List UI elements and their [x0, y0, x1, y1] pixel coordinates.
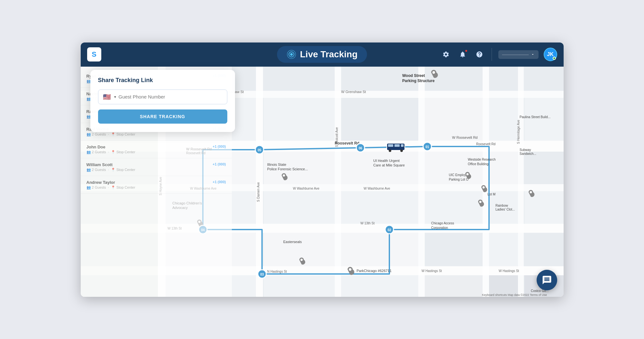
logo-text: S — [92, 50, 96, 59]
svg-text:03: 03 — [260, 273, 264, 276]
svg-text:UI Health Urgent: UI Health Urgent — [373, 159, 400, 163]
item-sub: 👥 2 Guests · 📍 Stop Center — [86, 132, 135, 137]
svg-rect-36 — [489, 233, 518, 266]
svg-rect-31 — [524, 191, 564, 224]
question-icon — [476, 51, 483, 58]
svg-text:N Hastings St: N Hastings St — [267, 270, 287, 273]
item-sub: 👥 2 Guests · 📍 Stop Center — [86, 150, 135, 154]
svg-text:W Hastings St: W Hastings St — [422, 269, 442, 273]
svg-point-97 — [482, 186, 485, 188]
notification-badge — [465, 49, 468, 52]
svg-point-98 — [530, 191, 532, 193]
help-button[interactable] — [474, 49, 485, 60]
app-window: S Live Tracking — [81, 42, 564, 297]
notifications-button[interactable] — [457, 49, 468, 60]
svg-rect-17 — [341, 98, 418, 141]
phone-number-input[interactable] — [119, 94, 222, 99]
svg-text:Sandwich...: Sandwich... — [520, 152, 536, 155]
svg-point-93 — [479, 201, 481, 203]
svg-text:Roosevelt Rd: Roosevelt Rd — [476, 142, 495, 146]
svg-rect-28 — [341, 191, 418, 224]
svg-text:Office Building: Office Building — [468, 162, 488, 166]
svg-text:Chicago Access: Chicago Access — [431, 221, 454, 225]
svg-text:Lot M: Lot M — [487, 193, 495, 196]
svg-text:Corporation: Corporation — [431, 226, 448, 230]
avatar[interactable]: JK — [544, 48, 557, 61]
svg-text:S Hermitage Ave: S Hermitage Ave — [517, 119, 520, 144]
svg-rect-33 — [264, 233, 335, 266]
svg-text:Parking Structure: Parking Structure — [402, 79, 435, 83]
svg-text:Parking Lot O: Parking Lot O — [449, 178, 468, 181]
svg-rect-25 — [489, 152, 518, 184]
svg-point-92 — [466, 173, 468, 175]
chevron-down-icon — [531, 52, 535, 56]
item-badge: +1 (000) — [213, 180, 226, 190]
item-name: Andrew Taylor — [86, 180, 135, 185]
avatar-initials: JK — [547, 52, 553, 57]
svg-rect-18 — [425, 98, 483, 141]
country-chevron-icon[interactable]: ▾ — [114, 95, 116, 99]
location-ping-icon — [286, 50, 296, 59]
item-badge: +1 (000) — [213, 162, 226, 172]
item-sub: 👥 2 Guests · 📍 Stop Center — [86, 168, 135, 172]
svg-text:W Hastings St: W Hastings St — [499, 269, 519, 273]
item-name: John Doe — [86, 145, 135, 149]
item-sub: 👥 2 Guests · 📍 Stop Center — [86, 185, 135, 190]
svg-text:05: 05 — [258, 148, 261, 152]
svg-text:W Roosevelt Rd: W Roosevelt Rd — [452, 136, 477, 139]
gear-icon — [442, 51, 449, 58]
svg-point-115 — [389, 149, 391, 152]
svg-text:Ladies' Clot...: Ladies' Clot... — [495, 208, 515, 211]
settings-button[interactable] — [440, 49, 452, 60]
svg-text:W 13th St: W 13th St — [360, 221, 375, 225]
svg-rect-19 — [489, 98, 518, 141]
app-logo: S — [87, 47, 101, 61]
svg-point-96 — [349, 268, 351, 271]
svg-rect-13 — [483, 67, 489, 297]
svg-point-91 — [283, 174, 285, 176]
svg-text:S Wolcott Ave: S Wolcott Ave — [335, 127, 339, 147]
svg-text:Subway: Subway — [520, 148, 531, 152]
navbar: S Live Tracking — [81, 42, 564, 67]
online-indicator — [553, 57, 556, 60]
phone-input-row[interactable]: 🇺🇸 ▾ — [98, 89, 227, 104]
svg-rect-41 — [425, 275, 483, 297]
dropdown-text: ───────── — [502, 52, 529, 57]
svg-rect-114 — [401, 144, 404, 147]
svg-text:01: 01 — [425, 145, 429, 149]
svg-rect-40 — [341, 275, 418, 297]
svg-point-90 — [432, 71, 435, 74]
svg-text:W Grenshaw St: W Grenshaw St — [341, 90, 366, 94]
nav-dropdown[interactable]: ───────── — [498, 50, 539, 59]
svg-rect-20 — [524, 98, 564, 141]
svg-rect-14 — [518, 67, 524, 297]
svg-text:W Washburne Ave: W Washburne Ave — [364, 187, 390, 190]
item-name: William Scott — [86, 162, 135, 167]
svg-text:02: 02 — [387, 228, 391, 232]
chat-button[interactable] — [537, 270, 557, 290]
svg-rect-23 — [341, 152, 418, 184]
list-item[interactable]: Andrew Taylor 👥 2 Guests · 📍 Stop Center… — [81, 176, 232, 194]
svg-rect-112 — [388, 144, 393, 147]
svg-text:Keyboard shortcuts  Map data ©: Keyboard shortcuts Map data ©2022 Terms … — [482, 293, 547, 297]
chat-icon — [542, 275, 552, 285]
svg-rect-11 — [335, 67, 341, 297]
list-item[interactable]: William Scott 👥 2 Guests · 📍 Stop Center… — [81, 158, 232, 176]
svg-point-116 — [400, 149, 403, 152]
svg-rect-16 — [264, 98, 335, 141]
svg-rect-34 — [341, 233, 418, 266]
panel-title: Share Tracking Link — [98, 77, 227, 84]
svg-text:Police Forensic Science...: Police Forensic Science... — [267, 167, 308, 171]
navbar-right: ───────── JK — [440, 48, 557, 61]
divider — [492, 48, 492, 61]
svg-point-2 — [290, 53, 293, 56]
share-tracking-button[interactable]: SHARE TRACKING — [98, 109, 227, 124]
svg-text:Paulina Street Build...: Paulina Street Build... — [520, 115, 550, 119]
svg-text:S Damen Ave: S Damen Ave — [257, 182, 260, 202]
svg-text:Westside Research: Westside Research — [468, 158, 496, 161]
svg-text:ParkChicago #626711: ParkChicago #626711 — [357, 269, 392, 273]
svg-rect-12 — [418, 67, 425, 297]
list-item[interactable]: John Doe 👥 2 Guests · 📍 Stop Center +1 (… — [81, 141, 232, 158]
share-button-label: SHARE TRACKING — [140, 114, 185, 119]
svg-rect-27 — [264, 191, 335, 224]
